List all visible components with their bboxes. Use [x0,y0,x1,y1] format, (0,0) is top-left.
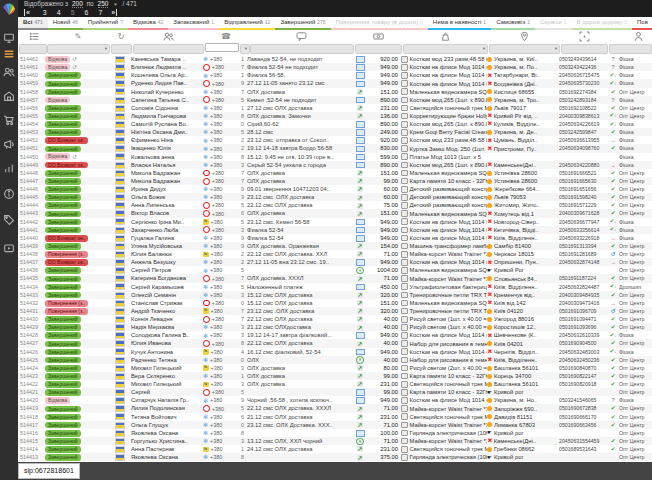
table-row[interactable]: 514426 Завершений↺ Кучук Антонина lc+380… [18,348,652,356]
table-row[interactable]: 514420 Відмова↺ Ситарчук Наталія Гр.. ✻+… [18,396,652,404]
table-row[interactable]: 514421 Завершений↺ Сергей +380 5 99.00 К… [18,388,652,396]
phone-icon[interactable]: ☎ [220,31,232,42]
filter-cell-flag[interactable] [111,44,132,54]
tracking-number[interactable]: 0503242893184 [559,96,607,104]
table-row[interactable]: 514458 Завершений↺ Николай Кучеренко ✻+3… [18,88,652,96]
filter-cell-address[interactable]: ▼ [489,44,560,54]
table-row[interactable]: 514461 Відмова↺ Близнюк Людмила .. +380 … [18,63,652,71]
page-number[interactable]: 7 [98,8,102,17]
id-list-icon[interactable] [28,31,40,42]
contacts-icon[interactable] [3,64,15,76]
page-number[interactable]: 3 [43,8,47,17]
status-tab[interactable]: Новий48 [48,17,83,30]
table-row[interactable]: 514439 Завершений↺ Уляна Мусійовська ✻+3… [18,242,652,250]
tracking-number[interactable]: 20450632824487 [559,283,607,291]
table-row[interactable]: 514436 Завершений↺ Сергей Петров ✻+380 5… [18,266,652,274]
tracking-number[interactable]: 0501691651656 [559,185,607,193]
tracking-number[interactable]: 0501691666521 [559,169,607,177]
tracking-number[interactable]: 20450633226918 [559,234,607,242]
tracking-number[interactable]: 20400309838613 [559,112,607,120]
tracking-number[interactable]: 20450632874148 [559,258,607,266]
table-row[interactable]: 514433 Завершений↺ Олексій Семанін ✻+380… [18,291,652,299]
page-number[interactable]: 5 [71,8,75,17]
table-row[interactable]: 514422 Завершений↺ Михаил Гилецький lc+3… [18,380,652,388]
sip-indicator[interactable]: sip:0672818601 [18,463,80,479]
tracking-number[interactable]: 0501691598240 [559,193,607,201]
tracking-number[interactable]: 20450634220880 [559,161,607,169]
tracking-number[interactable]: 20450634226619 [559,120,607,128]
table-row[interactable]: 514423 Завершений↺ Вера Скляренко ✻+380 … [18,372,652,380]
phone-filter-caret[interactable]: ▼ [240,44,250,54]
announcement-icon[interactable] [3,136,15,148]
status-tab[interactable]: Завершений278 [275,17,330,30]
filter-cell-comment[interactable] [250,44,354,54]
table-row[interactable]: 514414 Завершений↺ Анна Пастернак lc+380… [18,445,652,453]
stats-icon[interactable] [3,160,15,172]
table-row[interactable]: 514434 Завершений↺ Сергей Карамышев ✻+38… [18,283,652,291]
table-row[interactable]: 514432 Повернення (з..↺ Станіслав Стрижа… [18,299,652,307]
range-from[interactable]: 200 [72,0,83,8]
pencil-icon[interactable]: ✎ [72,31,84,42]
status-tab[interactable]: Сервіси0 [535,17,572,30]
tracking-number[interactable]: 0501691281689 [559,250,607,258]
table-row[interactable]: 514440 DO Возврат ок..↺ Гуцалюк Галина ✻… [18,234,652,242]
table-row[interactable]: 514455 Завершений↺ Людмила Гончарова ✻+3… [18,112,652,120]
people-icon[interactable] [162,31,174,42]
info-icon[interactable] [3,186,15,198]
table-row[interactable]: 514457 Відмова↺ Сапегина Татьяна С.. +38… [18,96,652,104]
status-tab[interactable]: Всі471 [18,17,48,30]
table-row[interactable]: 514428 Завершений↺ Солодкова Галина В.. … [18,331,652,339]
last-page-button[interactable]: » [111,9,117,16]
tracking-number[interactable]: 0501691571229 [559,201,607,209]
banknote-icon[interactable] [372,31,384,42]
tracking-number[interactable]: 20400309484935 [559,291,607,299]
table-row[interactable]: 514415 Завершений↺ Горгулько Христина.. … [18,437,652,445]
tracking-number[interactable]: 0503243439614 [559,55,607,63]
tracking-number[interactable]: 0501690904500 [559,339,607,347]
table-row[interactable]: 514431 Повернення (з..↺ Андрій Ткаченко … [18,307,652,315]
table-row[interactable]: 514413 Завершений↺ Яковлева Оксана ✻+380… [18,453,652,461]
status-tab[interactable]: Самовивіз2 [491,17,535,30]
filter-cell-id[interactable] [19,44,47,54]
table-row[interactable]: 514445 Завершений↺ Ольга Божик ✻+380 3 2… [18,193,652,201]
table-row[interactable]: 514429 Завершений↺ Надія Мерзаєва ✻+380 … [18,323,652,331]
tracking-number[interactable]: 20400309473416 [559,299,607,307]
tracking-number[interactable]: 0503242599847 [559,128,607,136]
table-row[interactable]: 514452 DO Возврат ок..↺ Єфименко Ніна ✻+… [18,136,652,144]
table-row[interactable]: 514462 Відмова↺ Каневська Тамара .. ✻+38… [18,55,652,63]
bag-icon[interactable] [439,31,451,42]
filter-cell-status[interactable]: ▼ [47,44,110,54]
tracking-number[interactable]: 20450636613955 [559,136,607,144]
scan-icon[interactable] [578,31,590,42]
location-pin-icon[interactable] [518,31,530,42]
table-row[interactable]: 514442 Завершений↺ Сергієнко Іріна Ми.. … [18,218,652,226]
tracking-number[interactable]: 0503243422436 [559,63,607,71]
status-tab[interactable]: В дорозі додому0 [572,17,632,30]
status-tab[interactable]: Повернення товару (в дорозі)0 [331,17,428,30]
filter-cell-client[interactable] [609,44,652,54]
page-number[interactable]: 4 [57,8,61,17]
phone-filter-input[interactable] [205,43,239,52]
warehouse-icon[interactable] [3,88,15,100]
status-tab[interactable]: Відправлений12 [219,17,275,30]
table-row[interactable]: 514451 Завершений↺ Іващенко Юлія ✻+380 2… [18,144,652,152]
table-row[interactable]: 514456 Завершений↺ Соломія Сідоніна ✻+38… [18,104,652,112]
table-row[interactable]: 514443 Завершений↺ Віктор Власов +380 6 … [18,209,652,217]
table-row[interactable]: 514425 Завершений↺ Радченко Тетяна ✻+380… [18,356,652,364]
table-row[interactable]: 514453 Завершений↺ Нікітіна Оксана Дми..… [18,128,652,136]
tracking-number[interactable]: 0501692274384 [559,88,607,96]
table-row[interactable]: 514441 Завершений↺ Захарченко Люба +380 … [18,226,652,234]
person-icon[interactable] [632,31,644,42]
tag-icon[interactable] [3,212,15,224]
caret-down-icon[interactable]: ▼ [113,2,117,7]
video-icon[interactable] [3,240,15,252]
first-page-button[interactable]: « [24,9,30,16]
table-row[interactable]: 514447 Завершений↺ Микола Бадражан +380 … [18,177,652,185]
cart-icon[interactable] [3,112,15,124]
tracking-number[interactable]: 0501691313394 [559,242,607,250]
table-row[interactable]: 514444 Завершений↺ Анна Липенська +380 5… [18,201,652,209]
table-row[interactable]: 514424 Завершений↺ Михаил Гилецький lc+3… [18,364,652,372]
table-row[interactable]: 514416 Завершений↺ Яковлева Оксана ✻+380… [18,429,652,437]
tracking-number[interactable]: 0501691093696 [559,323,607,331]
status-tab[interactable]: Відмова42 [128,17,168,30]
